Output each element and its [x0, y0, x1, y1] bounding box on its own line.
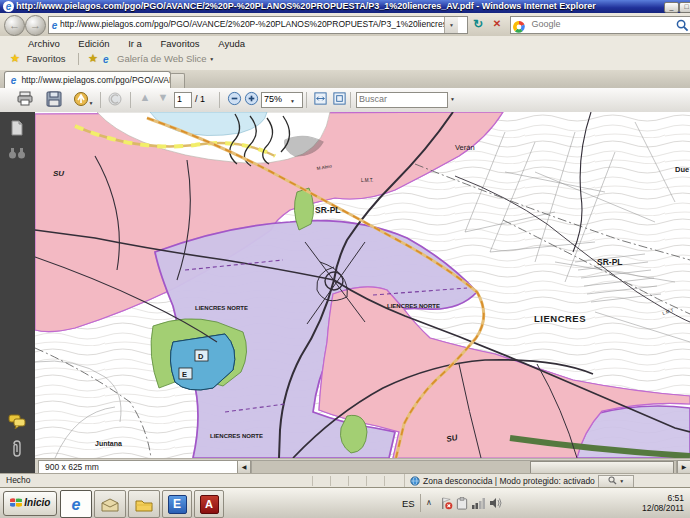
back-button[interactable]: ← [4, 15, 25, 36]
zoom-level-field[interactable]: ▼ [261, 92, 303, 108]
pdf-map-page[interactable]: SU Verán SR-PL SR-PL Due LIENCRES NORTE … [35, 112, 690, 458]
comments-panel-icon[interactable] [8, 414, 26, 429]
status-cell [312, 476, 331, 486]
save-icon [46, 91, 62, 107]
share-button[interactable]: ▼ [70, 91, 96, 109]
network-signal-icon[interactable] [472, 497, 486, 509]
menu-favoritos[interactable]: Favoritos [153, 36, 208, 49]
stop-button[interactable]: ✕ [489, 16, 505, 33]
divider [306, 92, 307, 108]
taskbar-e-app-button[interactable]: E [162, 490, 192, 518]
pages-panel-icon[interactable] [9, 120, 25, 136]
address-row: ← → e▼ ↻ ✕ [0, 13, 690, 36]
tray-clock[interactable]: 6:51 12/08/2011 [642, 493, 684, 513]
tab-favicon-icon: e [8, 75, 19, 86]
label-veran: Verán [455, 143, 475, 152]
new-tab-stub[interactable] [170, 73, 185, 89]
divider [350, 92, 351, 108]
print-button[interactable] [16, 91, 34, 109]
label-liencres-norte-3: LIENCRES NORTE [210, 433, 263, 439]
page-number-field[interactable] [174, 92, 192, 108]
add-favorite-star-icon[interactable]: ★ [88, 52, 98, 64]
globe-icon [410, 476, 420, 486]
save-button[interactable] [45, 91, 63, 109]
page-favicon-icon: e [49, 20, 60, 31]
fit-page-icon [332, 91, 347, 106]
language-indicator[interactable]: ES [402, 498, 415, 509]
webslice-button[interactable]: Galería de Web Slice [114, 53, 207, 64]
previous-page-button[interactable]: ▲ [136, 91, 154, 109]
printer-icon [17, 91, 33, 107]
menu-ayuda[interactable]: Ayuda [210, 36, 253, 49]
divider [78, 53, 79, 65]
label-due: Due [675, 165, 689, 174]
minimize-button[interactable]: _ [664, 2, 679, 13]
clock-date: 12/08/2011 [642, 503, 684, 513]
maximize-button[interactable]: □ [679, 2, 690, 13]
security-zone-text: Zona desconocida | Modo protegido: activ… [423, 476, 595, 486]
menu-edicion[interactable]: Edición [70, 36, 117, 49]
status-bar: Hecho Zona desconocida | Modo protegido:… [0, 473, 690, 488]
label-parcel-e: E [182, 370, 187, 379]
pdf-bottom-bar: 900 x 625 mm ◀ ▶ [35, 458, 690, 474]
menu-archivo[interactable]: Archivo [20, 36, 68, 49]
find-caret-icon[interactable]: ▼ [450, 96, 455, 102]
windows-logo-icon [10, 497, 22, 508]
taskbar: Inicio e E A ES ∧ [0, 487, 690, 518]
tray-clipboard-icon[interactable] [456, 497, 468, 510]
taskbar-adobe-button[interactable]: A [194, 490, 224, 518]
show-hidden-icons-chevron-icon[interactable]: ∧ [426, 498, 432, 507]
find-field[interactable] [356, 92, 448, 108]
previous-view-icon [107, 91, 123, 107]
fit-page-button[interactable] [330, 91, 348, 109]
next-page-button[interactable]: ▼ [154, 91, 172, 109]
zoom-in-icon [244, 91, 259, 106]
menu-ira[interactable]: Ir a [120, 36, 150, 49]
adobe-reader-icon: A [200, 495, 219, 514]
page-number-input[interactable] [175, 93, 191, 105]
forward-button[interactable]: → [25, 15, 46, 36]
page-zoom-caret-icon[interactable]: ▼ [619, 478, 624, 484]
action-center-flag-icon[interactable] [440, 497, 453, 510]
window-titlebar: e http://www.pielagos.com/pgo/PGO/AVANCE… [0, 0, 690, 13]
previous-view-button[interactable] [106, 91, 124, 109]
share-caret-icon: ▼ [89, 100, 94, 106]
label-juntana: Juntana [95, 440, 122, 447]
zoom-level-input[interactable] [262, 93, 290, 105]
zoom-caret-icon[interactable]: ▼ [290, 98, 295, 104]
label-srpl-1: SR-PL [315, 205, 341, 215]
zoom-out-button[interactable] [225, 91, 243, 109]
zoom-in-button[interactable] [242, 91, 260, 109]
share-document-icon [73, 91, 89, 107]
search-panel-binoculars-icon[interactable] [8, 146, 26, 160]
label-su-north: SU [53, 169, 64, 178]
search-magnifier-icon[interactable] [676, 19, 689, 32]
address-dropdown-caret-icon[interactable]: ▼ [444, 17, 458, 33]
search-input[interactable] [529, 17, 653, 31]
page-total-label: / 1 [195, 94, 205, 104]
webslice-icon: e [100, 54, 111, 65]
find-input[interactable] [357, 93, 443, 105]
url-input[interactable] [60, 17, 444, 31]
refresh-button[interactable]: ↻ [469, 16, 487, 33]
tab-active[interactable]: e http://www.pielagos.com/pgo/PGO/AVANCE… [4, 71, 171, 89]
speaker-icon[interactable] [489, 497, 502, 509]
favorites-button[interactable]: Favoritos [23, 53, 70, 64]
taskbar-folder-button[interactable] [128, 490, 160, 518]
attachments-panel-paperclip-icon[interactable] [10, 440, 24, 458]
ie-taskbar-icon: e [67, 496, 85, 514]
webslice-caret-icon[interactable]: ▼ [209, 56, 214, 62]
google-logo-icon [513, 21, 525, 33]
search-box[interactable] [510, 16, 690, 34]
start-button[interactable]: Inicio [3, 491, 57, 516]
zoom-out-icon [227, 91, 242, 106]
taskbar-mail-button[interactable] [94, 490, 126, 518]
pdf-toolbar: ▼ ▲ ▼ / 1 ▼ ▼ [0, 88, 690, 113]
taskbar-ie-button[interactable]: e [60, 490, 92, 518]
fit-width-icon [313, 91, 328, 106]
status-done: Hecho [6, 475, 31, 485]
clock-time: 6:51 [642, 493, 684, 503]
address-field[interactable]: e▼ [48, 16, 468, 34]
label-lmt-1: L.M.T. [361, 178, 373, 183]
fit-width-button[interactable] [311, 91, 329, 109]
